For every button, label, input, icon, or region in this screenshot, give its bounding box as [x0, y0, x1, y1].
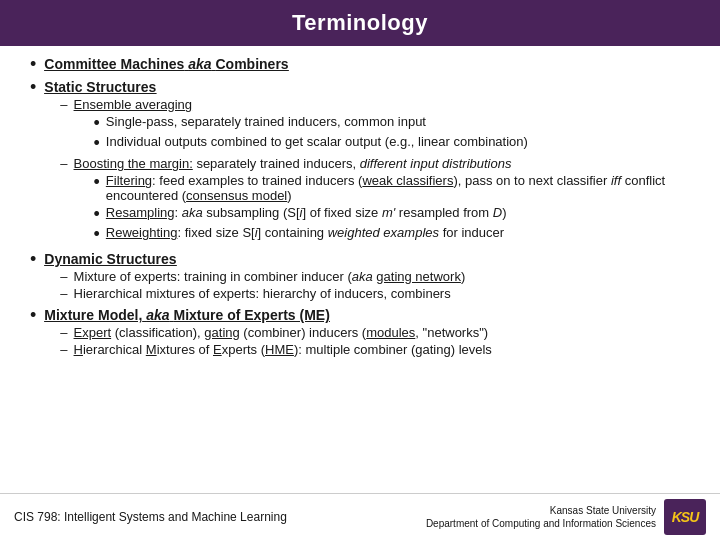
bullet-4-text: Mixture Model, aka Mixture of Experts (M… — [44, 307, 330, 323]
title-text: Terminology — [292, 10, 428, 35]
dash-hierarchical-me: – Hierarchical Mixtures of Experts (HME)… — [60, 342, 492, 357]
ksu-logo: Kansas State University Department of Co… — [426, 499, 706, 535]
ksu-label: KSU — [672, 509, 699, 525]
dot-resampling: • Resampling: aka subsampling (S[i] of f… — [94, 205, 690, 223]
bullet-mixture-model: • Mixture Model, aka Mixture of Experts … — [30, 307, 690, 359]
footer-university: Kansas State University Department of Co… — [426, 504, 656, 530]
dash-hierarchical: – Hierarchical mixtures of experts: hier… — [60, 286, 465, 301]
slide: Terminology • Committee Machines aka Com… — [0, 0, 720, 540]
bullet-dynamic-structures: • Dynamic Structures – Mixture of expert… — [30, 251, 690, 303]
dash-mixture-experts: – Mixture of experts: training in combin… — [60, 269, 465, 284]
dot-4: • — [94, 205, 100, 223]
dot-5-text: Reweighting: fixed size S[i] containing … — [106, 225, 504, 240]
dot-filtering: • Filtering: feed examples to trained in… — [94, 173, 690, 203]
bullet-2-content: Static Structures – Ensemble averaging •… — [44, 79, 690, 247]
dot-2-text: Individual outputs combined to get scala… — [106, 134, 528, 149]
dash-boosting: – Boosting the margin: separately traine… — [60, 156, 690, 245]
slide-footer: CIS 798: Intelligent Systems and Machine… — [0, 493, 720, 540]
dash-4: – — [60, 286, 67, 301]
bullet-committee-machines: • Committee Machines aka Combiners — [30, 56, 690, 75]
ensemble-children: • Single-pass, separately trained induce… — [94, 114, 528, 152]
bullet-1-text: Committee Machines aka Combiners — [44, 56, 288, 72]
dynamic-subitems: – Mixture of experts: training in combin… — [60, 269, 465, 301]
boosting-children: • Filtering: feed examples to trained in… — [94, 173, 690, 243]
dash-6-text: Hierarchical Mixtures of Experts (HME): … — [74, 342, 492, 357]
static-structures-subitems: – Ensemble averaging • Single-pass, sepa… — [60, 97, 690, 245]
bullet-3-content: Dynamic Structures – Mixture of experts:… — [44, 251, 465, 303]
dash-1: – — [60, 97, 67, 112]
dash-6: – — [60, 342, 67, 357]
dash-3: – — [60, 269, 67, 284]
dot-2: • — [94, 134, 100, 152]
ensemble-content: Ensemble averaging • Single-pass, separa… — [74, 97, 528, 154]
boosting-text: Boosting the margin: separately trained … — [74, 156, 512, 171]
bullet-static-structures: • Static Structures – Ensemble averaging… — [30, 79, 690, 247]
footer-course: CIS 798: Intelligent Systems and Machine… — [14, 510, 287, 524]
bullet-dot-4: • — [30, 305, 36, 326]
dot-reweighting: • Reweighting: fixed size S[i] containin… — [94, 225, 690, 243]
dot-3: • — [94, 173, 100, 191]
footer-uni-name: Kansas State University — [550, 505, 656, 516]
dot-1: • — [94, 114, 100, 132]
footer-dept-name: Department of Computing and Information … — [426, 518, 656, 529]
dot-1-text: Single-pass, separately trained inducers… — [106, 114, 426, 129]
bullet-dot-2: • — [30, 77, 36, 98]
bullet-dot-3: • — [30, 249, 36, 270]
dot-4-text: Resampling: aka subsampling (S[i] of fix… — [106, 205, 507, 220]
dash-3-text: Mixture of experts: training in combiner… — [74, 269, 466, 284]
dot-5: • — [94, 225, 100, 243]
ensemble-text: Ensemble averaging — [74, 97, 193, 112]
slide-content: • Committee Machines aka Combiners • Sta… — [0, 46, 720, 493]
bullet-3-text: Dynamic Structures — [44, 251, 176, 267]
dash-4-text: Hierarchical mixtures of experts: hierar… — [74, 286, 451, 301]
dash-2: – — [60, 156, 67, 171]
dot-individual-outputs: • Individual outputs combined to get sca… — [94, 134, 528, 152]
bullet-2-text: Static Structures — [44, 79, 156, 95]
slide-title: Terminology — [0, 0, 720, 46]
dot-3-text: Filtering: feed examples to trained indu… — [106, 173, 690, 203]
dot-single-pass: • Single-pass, separately trained induce… — [94, 114, 528, 132]
mixture-subitems: – Expert (classification), gating (combi… — [60, 325, 492, 357]
dash-5-text: Expert (classification), gating (combine… — [74, 325, 489, 340]
boosting-content: Boosting the margin: separately trained … — [74, 156, 690, 245]
dash-expert-classification: – Expert (classification), gating (combi… — [60, 325, 492, 340]
dash-5: – — [60, 325, 67, 340]
bullet-dot-1: • — [30, 54, 36, 75]
dash-ensemble: – Ensemble averaging • Single-pass, sepa… — [60, 97, 690, 154]
ksu-emblem: KSU — [664, 499, 706, 535]
bullet-4-content: Mixture Model, aka Mixture of Experts (M… — [44, 307, 492, 359]
